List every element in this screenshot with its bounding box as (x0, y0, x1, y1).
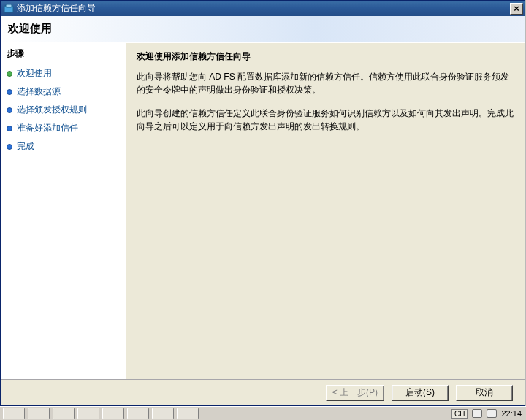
banner-heading: 欢迎使用 (8, 22, 52, 36)
step-label: 选择颁发授权规则 (17, 104, 87, 116)
app-icon (4, 4, 14, 14)
button-label: 取消 (476, 386, 493, 399)
bullet-icon (7, 71, 12, 77)
button-label: 启动(S) (405, 386, 435, 399)
previous-button: < 上一步(P) (326, 385, 384, 401)
window-title: 添加信赖方信任向导 (17, 2, 508, 15)
close-icon: × (514, 4, 519, 13)
steps-heading: 步骤 (7, 47, 120, 60)
taskbar-item[interactable] (102, 408, 124, 419)
content-paragraph-2: 此向导创建的信赖方信任定义此联合身份验证服务如何识别信赖方以及如何向其发出声明。… (137, 107, 514, 133)
taskbar-item[interactable] (28, 408, 50, 419)
close-button[interactable]: × (510, 3, 523, 15)
taskbar-item[interactable] (53, 408, 75, 419)
wizard-window: 添加信赖方信任向导 × 欢迎使用 步骤 欢迎使用 选择数据源 选择颁发授权规则 (0, 0, 525, 406)
svg-rect-1 (6, 4, 12, 7)
clock[interactable]: 22:14 (501, 409, 522, 418)
step-ready-to-add[interactable]: 准备好添加信任 (7, 119, 120, 137)
taskbar-item[interactable] (77, 408, 99, 419)
step-finish[interactable]: 完成 (7, 137, 120, 156)
taskbar[interactable]: CH 22:14 (0, 406, 526, 420)
taskbar-item[interactable] (177, 408, 199, 419)
taskbar-item[interactable] (3, 408, 25, 419)
bullet-icon (7, 144, 12, 150)
language-indicator[interactable]: CH (451, 409, 468, 419)
system-tray: CH 22:14 (451, 409, 526, 419)
button-label: < 上一步(P) (332, 386, 378, 399)
taskbar-item[interactable] (127, 408, 149, 419)
tray-icon[interactable] (472, 409, 482, 418)
content-panel: 欢迎使用添加信赖方信任向导 此向导将帮助您向 AD FS 配置数据库添加新的信赖… (126, 43, 525, 379)
bullet-icon (7, 126, 12, 131)
bullet-icon (7, 89, 12, 95)
step-welcome[interactable]: 欢迎使用 (7, 64, 120, 83)
content-paragraph-1: 此向导将帮助您向 AD FS 配置数据库添加新的信赖方信任。信赖方使用此联合身份… (137, 70, 514, 96)
banner: 欢迎使用 (1, 16, 525, 42)
content-heading: 欢迎使用添加信赖方信任向导 (137, 50, 514, 63)
wizard-footer: < 上一步(P) 启动(S) 取消 (1, 379, 525, 405)
step-authz-rules[interactable]: 选择颁发授权规则 (7, 101, 120, 119)
step-label: 完成 (17, 140, 34, 153)
cancel-button[interactable]: 取消 (456, 385, 513, 401)
step-label: 选择数据源 (17, 85, 61, 98)
step-select-data-source[interactable]: 选择数据源 (7, 83, 120, 101)
step-label: 准备好添加信任 (17, 122, 78, 134)
step-label: 欢迎使用 (17, 67, 52, 80)
wizard-body: 步骤 欢迎使用 选择数据源 选择颁发授权规则 准备好添加信任 完成 (1, 42, 525, 379)
tray-icon[interactable] (487, 409, 497, 418)
start-button[interactable]: 启动(S) (392, 385, 449, 401)
titlebar[interactable]: 添加信赖方信任向导 × (1, 1, 525, 16)
bullet-icon (7, 107, 12, 113)
steps-sidebar: 步骤 欢迎使用 选择数据源 选择颁发授权规则 准备好添加信任 完成 (1, 43, 126, 379)
taskbar-item[interactable] (152, 408, 174, 419)
